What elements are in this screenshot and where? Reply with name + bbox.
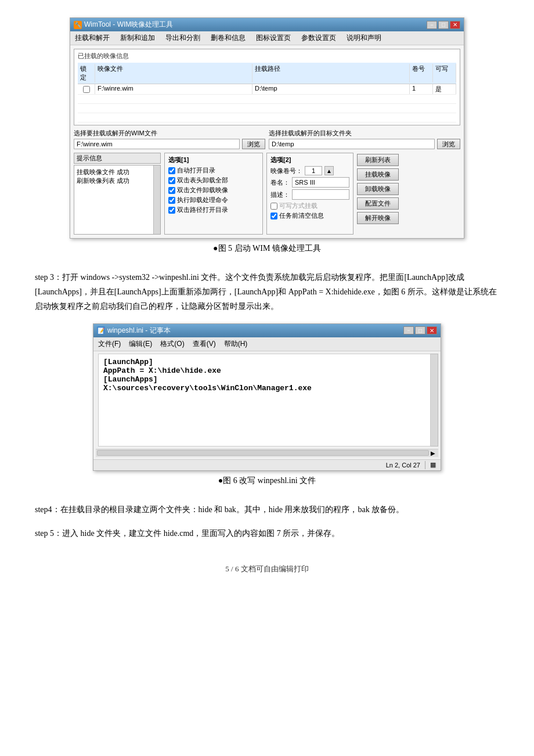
wimtool-title: WimTool - WIM映像处理工具: [84, 20, 173, 30]
opt2-name-row: 卷名：: [270, 177, 349, 188]
scrollbar-track: [97, 450, 429, 456]
menu-param[interactable]: 参数设置页: [299, 33, 338, 44]
status-divider: [425, 461, 425, 469]
notepad-close-button[interactable]: ✕: [427, 326, 437, 334]
notepad-statusbar: Ln 2, Col 27 ▦: [93, 459, 441, 470]
notepad-scrollbar-h[interactable]: ▶: [96, 449, 438, 457]
opt2-check1-label: 可写方式挂载: [279, 201, 317, 210]
col-vol: 卷号: [410, 64, 433, 82]
wimtool-app-icon: 🔧: [74, 21, 82, 29]
wimtool-titlebar: 🔧 WimTool - WIM映像处理工具 － □ ✕: [70, 18, 464, 31]
row-lock-cell: [78, 84, 95, 94]
opt1-label-2: 双击文件卸载映像: [177, 186, 228, 195]
notepad-pre: [LaunchApp] AppPath = X:\hide\hide.exe […: [103, 358, 431, 393]
opt1-item-3: 执行卸载处理命令: [168, 196, 259, 204]
browse-wim-button[interactable]: 浏览: [242, 139, 265, 149]
notepad-section: 📝 winpeshl.ini - 记事本 － □ ✕ 文件(F) 编辑(E) 格…: [35, 323, 499, 495]
browse-target-button[interactable]: 浏览: [437, 139, 460, 149]
minimize-button[interactable]: －: [427, 21, 437, 29]
row-vol: 1: [410, 84, 433, 94]
opt1-check-2[interactable]: [168, 187, 175, 194]
target-input[interactable]: [269, 139, 435, 149]
wim-file-input[interactable]: [74, 139, 240, 149]
wim-file-label: 选择要挂载或解开的WIM文件: [74, 129, 265, 138]
page-footer: 5 / 6 文档可自由编辑打印: [35, 564, 499, 574]
wimtool-window: 🔧 WimTool - WIM映像处理工具 － □ ✕ 挂载和解开 新制和追加 …: [70, 17, 464, 239]
opt1-label-4: 双击路径打开目录: [177, 206, 228, 214]
menu-icon[interactable]: 图标设置页: [254, 33, 293, 44]
action-buttons: 刷新列表 挂载映像 卸载映像 配置文件 解开映像: [357, 153, 399, 235]
opt1-check-3[interactable]: [168, 197, 175, 204]
info-title: 提示信息: [74, 153, 161, 164]
menu-export[interactable]: 导出和分割: [163, 33, 203, 44]
step3-text: step 3：打开 windows ->system32 ->winpeshl.…: [35, 270, 499, 314]
opt2-check-clearinfo[interactable]: [270, 213, 277, 219]
notepad-window: 📝 winpeshl.ini - 记事本 － □ ✕ 文件(F) 编辑(E) 格…: [93, 323, 441, 471]
menu-mount[interactable]: 挂载和解开: [73, 33, 112, 44]
titlebar-left: 🔧 WimTool - WIM映像处理工具: [74, 20, 173, 30]
target-input-row: 浏览: [269, 139, 460, 149]
unmount-image-button[interactable]: 卸载映像: [357, 183, 399, 195]
opt1-label-0: 自动打开目录: [177, 166, 215, 175]
lock-checkbox[interactable]: [83, 86, 90, 93]
opt1-check-4[interactable]: [168, 207, 175, 214]
wim-file-input-row: 浏览: [74, 139, 265, 149]
vol-spin-up[interactable]: ▲: [324, 166, 334, 175]
bottom-section: 提示信息 挂载映像文件 成功 刷新映像列表 成功 选项[1] 自动打开目录: [74, 153, 460, 235]
status-position: Ln 2, Col 27: [386, 462, 420, 469]
scroll-right-btn[interactable]: ▶: [429, 450, 437, 456]
footer-text: 5 / 6 文档可自由编辑打印: [225, 564, 308, 573]
opt2-check-writable[interactable]: [270, 203, 277, 210]
fig6-caption: ●图 6 改写 winpeshl.ini 文件: [218, 476, 316, 486]
notepad-titlebar-left: 📝 winpeshl.ini - 记事本: [97, 326, 171, 336]
notepad-minimize-button[interactable]: －: [403, 326, 414, 334]
name-label: 卷名：: [270, 178, 290, 187]
close-button[interactable]: ✕: [450, 21, 460, 29]
wimtool-menubar: 挂载和解开 新制和追加 导出和分割 删卷和信息 图标设置页 参数设置页 说明和声…: [70, 31, 464, 45]
mount-image-button[interactable]: 挂载映像: [357, 168, 399, 181]
info-content: 挂载映像文件 成功 刷新映像列表 成功: [74, 165, 161, 235]
np-menu-help[interactable]: 帮助(H): [222, 339, 250, 350]
mounted-section: 已挂载的映像信息 锁定 映像文件 挂载路径 卷号 可写 F:\winre.wim…: [74, 49, 460, 125]
opt1-label-1: 双击表头卸载全部: [177, 176, 228, 185]
fig5-caption: ●图 5 启动 WIM 镜像处理工具: [213, 243, 321, 254]
notepad-content-area: [LaunchApp] AppPath = X:\hide\hide.exe […: [96, 354, 438, 447]
options1-box: 选项[1] 自动打开目录 双击表头卸载全部 双击文件卸载映像: [164, 153, 263, 235]
info-scrollbar-v[interactable]: [153, 165, 160, 234]
table-row[interactable]: F:\winre.wim D:\temp 1 是: [78, 84, 456, 95]
np-menu-format[interactable]: 格式(O): [158, 339, 186, 350]
notepad-text[interactable]: [LaunchApp] AppPath = X:\hide\hide.exe […: [98, 354, 436, 447]
refresh-list-button[interactable]: 刷新列表: [357, 154, 399, 166]
opt1-check-1[interactable]: [168, 177, 175, 184]
maximize-button[interactable]: □: [438, 21, 449, 29]
menu-new[interactable]: 新制和追加: [118, 33, 157, 44]
opt1-check-0[interactable]: [168, 167, 175, 174]
np-menu-file[interactable]: 文件(F): [96, 339, 123, 350]
row-file: F:\winre.wim: [95, 84, 252, 94]
info-text: 挂载映像文件 成功 刷新映像列表 成功: [77, 168, 158, 185]
menu-delete[interactable]: 删卷和信息: [208, 33, 248, 44]
opt1-item-0: 自动打开目录: [168, 166, 259, 175]
desc-input[interactable]: [292, 189, 349, 200]
np-menu-view[interactable]: 查看(V): [190, 339, 218, 350]
config-file-button[interactable]: 配置文件: [357, 197, 399, 210]
table-row-empty-2: [78, 104, 456, 113]
opt1-item-1: 双击表头卸载全部: [168, 176, 259, 185]
wimtool-section: 🔧 WimTool - WIM映像处理工具 － □ ✕ 挂载和解开 新制和追加 …: [35, 17, 499, 263]
vol-input[interactable]: [305, 166, 322, 175]
col-lock: 锁定: [78, 64, 95, 82]
vol-name-input[interactable]: [292, 177, 349, 188]
step3-content: step 3：打开 windows ->system32 ->winpeshl.…: [35, 273, 497, 311]
notepad-title: winpeshl.ini - 记事本: [107, 326, 171, 336]
notepad-maximize-button[interactable]: □: [415, 326, 425, 334]
target-label: 选择挂载或解开的目标文件夹: [269, 129, 460, 138]
opt2-check2-row: 任务前清空信息: [270, 211, 349, 220]
notepad-win-controls: － □ ✕: [403, 326, 437, 334]
extract-image-button[interactable]: 解开映像: [357, 212, 399, 224]
np-menu-edit[interactable]: 编辑(E): [127, 339, 154, 350]
step4-text: step4：在挂载目录的根目录建立两个文件夹：hide 和 bak。其中，hid…: [35, 502, 499, 517]
notepad-menubar: 文件(F) 编辑(E) 格式(O) 查看(V) 帮助(H): [93, 337, 441, 351]
row-writable: 是: [433, 84, 456, 94]
menu-help[interactable]: 说明和声明: [344, 33, 384, 44]
notepad-scrollbar-v[interactable]: [430, 354, 438, 447]
